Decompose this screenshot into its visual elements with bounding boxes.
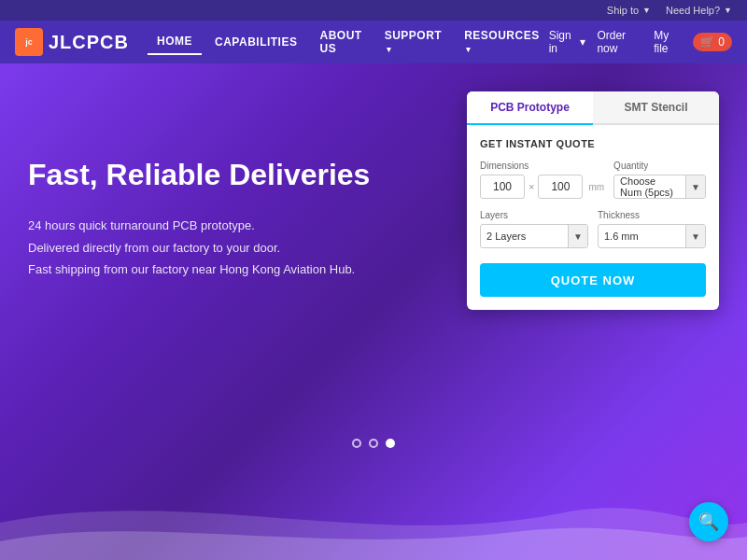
tab-pcb-prototype[interactable]: PCB Prototype <box>467 91 593 125</box>
quote-row-dims-qty: Dimensions × mm Quantity Choose Num (5pc… <box>480 161 706 199</box>
logo-area[interactable]: jc JLCPCB <box>15 28 129 56</box>
quantity-value: Choose Num (5pcs) <box>614 175 685 198</box>
dim-height-input[interactable] <box>538 175 583 199</box>
ship-to-chevron: ▼ <box>642 6 651 15</box>
quote-card: PCB Prototype SMT Stencil GET INSTANT QU… <box>467 91 719 310</box>
need-help-selector[interactable]: Need Help? ▼ <box>666 5 732 16</box>
hero-desc-line3: Fast shipping from our factory near Hong… <box>28 259 370 280</box>
layers-label: Layers <box>480 210 588 220</box>
thickness-label: Thickness <box>598 210 706 220</box>
thickness-arrow[interactable]: ▼ <box>685 225 705 247</box>
nav-right: Sign in ▾ Order now My file 🛒 0 <box>549 29 732 55</box>
logo-icon: jc <box>15 28 43 56</box>
layers-arrow[interactable]: ▼ <box>568 225 587 247</box>
need-help-label: Need Help? <box>666 5 720 16</box>
navbar: jc JLCPCB HOME CAPABILITIES ABOUT US SUP… <box>0 21 747 63</box>
dimensions-group: × mm <box>480 175 604 199</box>
resources-caret: ▾ <box>466 45 472 54</box>
layers-value: 2 Layers <box>481 231 568 242</box>
carousel-dots <box>352 439 395 448</box>
chat-icon: 🔍 <box>698 511 719 532</box>
quantity-arrow[interactable]: ▼ <box>685 175 705 198</box>
wave-decoration <box>0 467 747 560</box>
need-help-chevron: ▼ <box>724 6 732 15</box>
nav-resources[interactable]: RESOURCES ▾ <box>455 23 549 61</box>
cart-count: 0 <box>718 35 725 49</box>
quantity-field: Quantity Choose Num (5pcs) ▼ <box>613 161 706 199</box>
sign-in-link[interactable]: Sign in ▾ <box>549 29 586 55</box>
layers-select[interactable]: 2 Layers ▼ <box>480 224 588 248</box>
support-caret: ▾ <box>387 45 392 54</box>
cart-button[interactable]: 🛒 0 <box>693 33 732 51</box>
ship-to-selector[interactable]: Ship to ▼ <box>607 5 651 16</box>
dimensions-field: Dimensions × mm <box>480 161 604 199</box>
thickness-value: 1.6 mm <box>599 231 685 242</box>
tab-smt-stencil[interactable]: SMT Stencil <box>593 91 719 123</box>
logo-text: JLCPCB <box>49 32 129 53</box>
quote-row-layers-thickness: Layers 2 Layers ▼ Thickness 1.6 mm ▼ <box>480 210 706 248</box>
sign-in-chevron: ▾ <box>580 35 585 49</box>
hero-desc-line2: Delivered directly from our factory to y… <box>28 237 370 259</box>
thickness-select[interactable]: 1.6 mm ▼ <box>598 224 706 248</box>
nav-about[interactable]: ABOUT US <box>310 23 371 61</box>
quote-section-title: GET INSTANT QUOTE <box>480 138 706 149</box>
hero-text-block: Fast, Reliable Deliveries 24 hours quick… <box>28 157 370 281</box>
dot-3[interactable] <box>386 439 395 448</box>
quote-tabs: PCB Prototype SMT Stencil <box>467 91 719 125</box>
ship-to-label: Ship to <box>607 5 639 16</box>
thickness-field: Thickness 1.6 mm ▼ <box>598 210 706 248</box>
nav-links: HOME CAPABILITIES ABOUT US SUPPORT ▾ RES… <box>148 23 549 61</box>
dim-separator: × <box>529 181 534 192</box>
quantity-select[interactable]: Choose Num (5pcs) ▼ <box>613 175 706 199</box>
hero-description: 24 hours quick turnaround PCB prototype.… <box>28 215 370 280</box>
my-file-link[interactable]: My file <box>654 29 682 55</box>
nav-home[interactable]: HOME <box>148 29 202 55</box>
dot-1[interactable] <box>352 439 361 448</box>
dot-2[interactable] <box>369 439 378 448</box>
dim-width-input[interactable] <box>480 175 525 199</box>
chat-button[interactable]: 🔍 <box>689 502 728 541</box>
nav-support[interactable]: SUPPORT ▾ <box>375 23 452 61</box>
top-bar: Ship to ▼ Need Help? ▼ <box>0 0 747 21</box>
order-now-link[interactable]: Order now <box>597 29 642 55</box>
nav-capabilities[interactable]: CAPABILITIES <box>205 30 306 54</box>
layers-field: Layers 2 Layers ▼ <box>480 210 588 248</box>
hero-desc-line1: 24 hours quick turnaround PCB prototype. <box>28 215 370 236</box>
cart-icon: 🛒 <box>700 35 714 49</box>
dimensions-label: Dimensions <box>480 161 604 171</box>
quote-body: GET INSTANT QUOTE Dimensions × mm Quanti… <box>467 125 719 310</box>
hero-title: Fast, Reliable Deliveries <box>28 157 370 192</box>
hero-section: Fast, Reliable Deliveries 24 hours quick… <box>0 63 747 560</box>
quote-now-button[interactable]: QUOTE NOW <box>480 263 706 297</box>
dim-unit-label: mm <box>588 182 604 192</box>
quantity-label: Quantity <box>613 161 706 171</box>
